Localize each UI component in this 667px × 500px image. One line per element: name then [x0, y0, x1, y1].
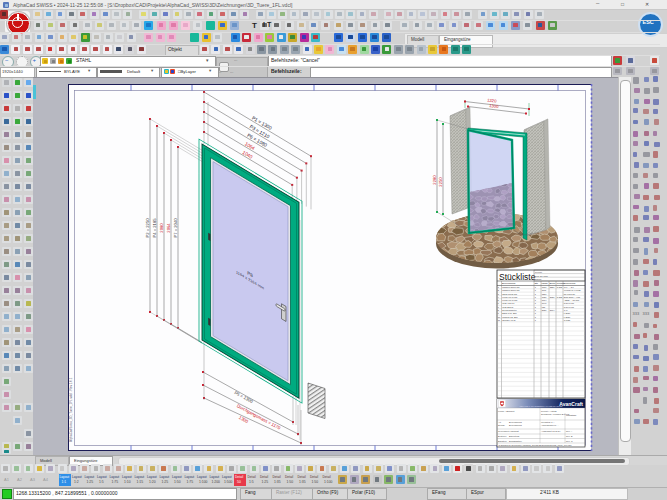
svg-text:P7 = 2040: P7 = 2040	[173, 218, 178, 238]
svg-text:Rev. B: Rev. B	[566, 435, 573, 437]
svg-text:Rahmen 80/60 RR: Rahmen 80/60 RR	[502, 286, 520, 288]
svg-text:Ausgeführt 18.11.24: Ausgeführt 18.11.24	[541, 430, 561, 432]
svg-text:Pos.-Nr. plan: Pos.-Nr. plan	[535, 275, 548, 277]
svg-text:Flugel 60/40 RR: Flugel 60/40 RR	[502, 299, 518, 301]
svg-text:Art.: Art.	[498, 421, 502, 423]
svg-text:Gezeichnet: Gezeichnet	[498, 430, 509, 432]
svg-text:2080: 2080	[159, 223, 164, 233]
svg-text:Flugel 60/40 RR: Flugel 60/40 RR	[502, 296, 518, 298]
svg-text:Kunde / Standort: Kunde / Standort	[498, 410, 515, 412]
svg-text:Eingangstüre: Eingangstüre	[509, 440, 523, 442]
svg-text:1.5 / ... 2.0: 1.5 / ... 2.0	[564, 286, 575, 288]
svg-text:Massstäbe: Massstäbe	[566, 414, 577, 416]
svg-text:Projekt / Auftrag: Projekt / Auftrag	[541, 410, 557, 412]
svg-text:Bezeichnung: Bezeichnung	[509, 424, 522, 426]
svg-text:AlphaCadSwiss_3D_Tuere_1FL.vdc: AlphaCadSwiss_3D_Tuere_1FL.vdcl - Rev 1.…	[69, 377, 73, 442]
svg-text:Werkstoff: 1.–: Werkstoff: 1.–	[541, 421, 555, 423]
svg-text:P2 = 2250: P2 = 2250	[145, 218, 150, 238]
svg-text:Bauleitung: Bauleitung	[509, 435, 520, 437]
svg-text:Bemerkung: Bemerkung	[564, 282, 576, 284]
svg-text:M 8x40 Rg: M 8x40 Rg	[564, 306, 575, 308]
svg-text:Breite: Breite	[550, 282, 557, 284]
svg-text:Bezeichnung: Bezeichnung	[509, 421, 522, 423]
svg-text:T 1080: T 1080	[564, 319, 571, 321]
svg-text:ESG 8mm + VSG: ESG 8mm + VSG	[564, 296, 581, 298]
svg-text:Projekt: Projekt	[535, 271, 542, 273]
svg-text:RF-Profil 80: RF-Profil 80	[564, 293, 576, 295]
svg-text:Bezeichnung: Bezeichnung	[502, 282, 516, 284]
svg-text:ABCD ... RF 500: ABCD ... RF 500	[564, 299, 580, 301]
svg-text:Zeichn.: Zeichn.	[498, 424, 506, 426]
svg-text:Rahmen 80/60 RR: Rahmen 80/60 RR	[502, 289, 520, 291]
svg-text:Datum: Datum	[535, 278, 542, 280]
svg-text:Band 3-tlg. Eds: Band 3-tlg. Eds	[502, 312, 516, 314]
svg-text:2064: 2064	[166, 223, 171, 233]
svg-text:1300: 1300	[489, 103, 500, 109]
svg-text:Rev. C: Rev. C	[566, 440, 573, 442]
svg-text:AvanCraft: AvanCraft	[509, 430, 519, 432]
svg-text:L 2080: L 2080	[564, 312, 571, 314]
svg-text:Druckergarnitur: Druckergarnitur	[502, 309, 517, 311]
svg-text:2280: 2280	[432, 175, 437, 185]
svg-text:METALLBAU MIT LEIDENSCHAFT UND: METALLBAU MIT LEIDENSCHAFT UND PRÄZISION	[520, 405, 564, 407]
svg-text:S 235: S 235	[557, 296, 563, 298]
svg-text:1300: 1300	[238, 415, 249, 424]
svg-text:Glas VSG 10: Glas VSG 10	[502, 302, 515, 304]
svg-text:Abmessung(en) ...: Abmessung(en) ...	[541, 424, 559, 426]
svg-text:2250: 2250	[438, 177, 443, 187]
svg-text:Besteller: Besteller	[498, 435, 507, 437]
svg-text:Stückliste: Stückliste	[499, 272, 536, 282]
svg-text:Zylinder 40/45: Zylinder 40/45	[502, 319, 516, 321]
svg-text:L 2080: L 2080	[564, 316, 571, 318]
svg-text:P4 = 2185: P4 = 2185	[152, 218, 157, 238]
svg-text:M 8x40 Rg: M 8x40 Rg	[564, 302, 575, 304]
svg-text:AvanCraft: AvanCraft	[559, 401, 583, 407]
svg-text:S 235: S 235	[557, 286, 563, 288]
svg-text:Glas ESG 8: Glas ESG 8	[502, 306, 514, 308]
svg-text:Rev. A: Rev. A	[566, 430, 573, 432]
svg-text:Zarge 50/30 RR: Zarge 50/30 RR	[502, 293, 517, 295]
svg-text:Schloss PZ. Eds: Schloss PZ. Eds	[502, 316, 517, 318]
svg-text:verzinkt RAL 6029: verzinkt RAL 6029	[564, 289, 582, 291]
svg-text:Baustelle: Baustelle	[498, 440, 508, 442]
svg-text:Länge: Länge	[542, 282, 549, 284]
